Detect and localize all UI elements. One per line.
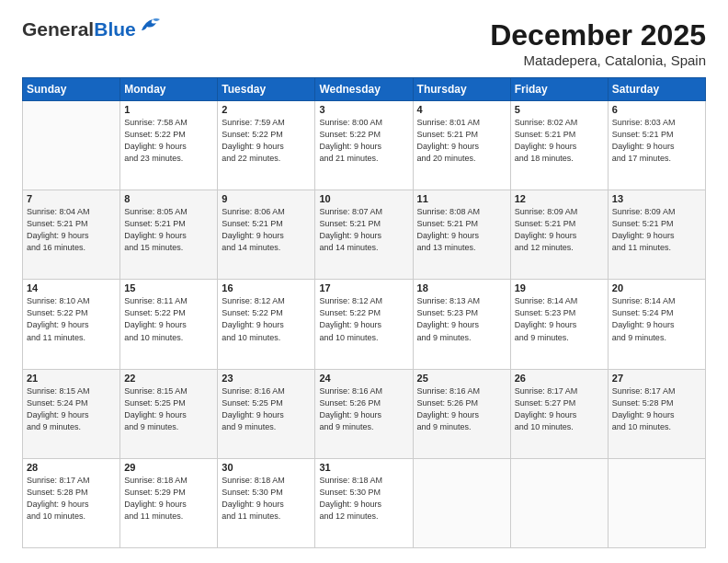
calendar-week-4: 28Sunrise: 8:17 AM Sunset: 5:28 PM Dayli… xyxy=(23,458,706,547)
calendar-cell: 22Sunrise: 8:15 AM Sunset: 5:25 PM Dayli… xyxy=(120,369,218,458)
calendar-cell: 19Sunrise: 8:14 AM Sunset: 5:23 PM Dayli… xyxy=(510,280,608,369)
day-number: 8 xyxy=(124,193,213,204)
day-number: 21 xyxy=(27,373,116,384)
day-info: Sunrise: 8:05 AM Sunset: 5:21 PM Dayligh… xyxy=(124,206,213,254)
calendar-week-2: 14Sunrise: 8:10 AM Sunset: 5:22 PM Dayli… xyxy=(23,280,706,369)
day-number: 2 xyxy=(222,104,311,115)
day-number: 27 xyxy=(612,373,701,384)
day-number: 3 xyxy=(319,104,408,115)
calendar-cell: 28Sunrise: 8:17 AM Sunset: 5:28 PM Dayli… xyxy=(23,458,120,547)
col-header-monday: Monday xyxy=(120,78,218,101)
calendar-cell: 2Sunrise: 7:59 AM Sunset: 5:22 PM Daylig… xyxy=(218,101,315,190)
calendar-week-0: 1Sunrise: 7:58 AM Sunset: 5:22 PM Daylig… xyxy=(23,101,706,190)
calendar-cell xyxy=(510,458,608,547)
col-header-friday: Friday xyxy=(510,78,608,101)
day-number: 31 xyxy=(319,462,408,473)
day-info: Sunrise: 8:16 AM Sunset: 5:25 PM Dayligh… xyxy=(222,385,311,433)
day-number: 19 xyxy=(515,282,604,293)
day-info: Sunrise: 8:03 AM Sunset: 5:21 PM Dayligh… xyxy=(612,117,701,165)
calendar-cell: 24Sunrise: 8:16 AM Sunset: 5:26 PM Dayli… xyxy=(315,369,413,458)
day-info: Sunrise: 8:16 AM Sunset: 5:26 PM Dayligh… xyxy=(319,385,408,433)
day-info: Sunrise: 8:08 AM Sunset: 5:21 PM Dayligh… xyxy=(417,206,506,254)
day-info: Sunrise: 8:10 AM Sunset: 5:22 PM Dayligh… xyxy=(27,295,116,343)
day-number: 22 xyxy=(124,373,213,384)
calendar-cell: 16Sunrise: 8:12 AM Sunset: 5:22 PM Dayli… xyxy=(218,280,315,369)
month-title: December 2025 xyxy=(490,18,706,52)
day-info: Sunrise: 8:00 AM Sunset: 5:22 PM Dayligh… xyxy=(319,117,408,165)
calendar-table: SundayMondayTuesdayWednesdayThursdayFrid… xyxy=(22,77,706,548)
day-info: Sunrise: 8:12 AM Sunset: 5:22 PM Dayligh… xyxy=(222,295,311,343)
calendar-cell: 31Sunrise: 8:18 AM Sunset: 5:30 PM Dayli… xyxy=(315,458,413,547)
calendar-cell: 29Sunrise: 8:18 AM Sunset: 5:29 PM Dayli… xyxy=(120,458,218,547)
day-number: 4 xyxy=(417,104,506,115)
day-info: Sunrise: 8:15 AM Sunset: 5:25 PM Dayligh… xyxy=(124,385,213,433)
day-number: 9 xyxy=(222,193,311,204)
day-info: Sunrise: 7:59 AM Sunset: 5:22 PM Dayligh… xyxy=(222,117,311,165)
day-number: 14 xyxy=(27,282,116,293)
day-number: 5 xyxy=(515,104,604,115)
calendar-header-row: SundayMondayTuesdayWednesdayThursdayFrid… xyxy=(23,78,706,101)
page: GeneralBlue December 2025 Matadepera, Ca… xyxy=(0,0,728,563)
calendar-cell: 14Sunrise: 8:10 AM Sunset: 5:22 PM Dayli… xyxy=(23,280,120,369)
calendar-cell: 11Sunrise: 8:08 AM Sunset: 5:21 PM Dayli… xyxy=(413,190,510,280)
day-number: 24 xyxy=(319,373,408,384)
day-number: 28 xyxy=(27,462,116,473)
calendar-week-1: 7Sunrise: 8:04 AM Sunset: 5:21 PM Daylig… xyxy=(23,190,706,280)
day-info: Sunrise: 8:17 AM Sunset: 5:27 PM Dayligh… xyxy=(515,385,604,433)
calendar-cell: 17Sunrise: 8:12 AM Sunset: 5:22 PM Dayli… xyxy=(315,280,413,369)
day-number: 20 xyxy=(612,282,701,293)
calendar-cell: 8Sunrise: 8:05 AM Sunset: 5:21 PM Daylig… xyxy=(120,190,218,280)
calendar-cell: 3Sunrise: 8:00 AM Sunset: 5:22 PM Daylig… xyxy=(315,101,413,190)
day-number: 6 xyxy=(612,104,701,115)
logo-bird-icon xyxy=(140,17,160,34)
title-block: December 2025 Matadepera, Catalonia, Spa… xyxy=(490,18,706,68)
day-info: Sunrise: 8:02 AM Sunset: 5:21 PM Dayligh… xyxy=(515,117,604,165)
day-number: 23 xyxy=(222,373,311,384)
calendar-cell: 27Sunrise: 8:17 AM Sunset: 5:28 PM Dayli… xyxy=(608,369,705,458)
calendar-cell: 13Sunrise: 8:09 AM Sunset: 5:21 PM Dayli… xyxy=(608,190,705,280)
day-info: Sunrise: 8:16 AM Sunset: 5:26 PM Dayligh… xyxy=(417,385,506,433)
calendar-cell xyxy=(23,101,120,190)
calendar-cell: 20Sunrise: 8:14 AM Sunset: 5:24 PM Dayli… xyxy=(608,280,705,369)
day-info: Sunrise: 8:18 AM Sunset: 5:30 PM Dayligh… xyxy=(222,475,311,523)
calendar-cell: 18Sunrise: 8:13 AM Sunset: 5:23 PM Dayli… xyxy=(413,280,510,369)
day-info: Sunrise: 8:18 AM Sunset: 5:30 PM Dayligh… xyxy=(319,475,408,523)
day-number: 10 xyxy=(319,193,408,204)
calendar-cell xyxy=(413,458,510,547)
col-header-wednesday: Wednesday xyxy=(315,78,413,101)
calendar-cell: 21Sunrise: 8:15 AM Sunset: 5:24 PM Dayli… xyxy=(23,369,120,458)
calendar-week-3: 21Sunrise: 8:15 AM Sunset: 5:24 PM Dayli… xyxy=(23,369,706,458)
day-number: 7 xyxy=(27,193,116,204)
day-number: 30 xyxy=(222,462,311,473)
day-info: Sunrise: 8:09 AM Sunset: 5:21 PM Dayligh… xyxy=(612,206,701,254)
logo-blue: Blue xyxy=(94,18,136,40)
day-info: Sunrise: 8:14 AM Sunset: 5:24 PM Dayligh… xyxy=(612,295,701,343)
day-info: Sunrise: 8:09 AM Sunset: 5:21 PM Dayligh… xyxy=(515,206,604,254)
col-header-sunday: Sunday xyxy=(23,78,120,101)
day-number: 26 xyxy=(515,373,604,384)
calendar-cell: 25Sunrise: 8:16 AM Sunset: 5:26 PM Dayli… xyxy=(413,369,510,458)
calendar-cell: 26Sunrise: 8:17 AM Sunset: 5:27 PM Dayli… xyxy=(510,369,608,458)
day-info: Sunrise: 8:01 AM Sunset: 5:21 PM Dayligh… xyxy=(417,117,506,165)
day-number: 15 xyxy=(124,282,213,293)
calendar-cell: 30Sunrise: 8:18 AM Sunset: 5:30 PM Dayli… xyxy=(218,458,315,547)
calendar-cell: 10Sunrise: 8:07 AM Sunset: 5:21 PM Dayli… xyxy=(315,190,413,280)
col-header-thursday: Thursday xyxy=(413,78,510,101)
logo-general: General xyxy=(22,18,94,40)
day-info: Sunrise: 8:04 AM Sunset: 5:21 PM Dayligh… xyxy=(27,206,116,254)
calendar-cell: 23Sunrise: 8:16 AM Sunset: 5:25 PM Dayli… xyxy=(218,369,315,458)
logo: GeneralBlue xyxy=(22,18,160,40)
day-number: 13 xyxy=(612,193,701,204)
day-info: Sunrise: 8:14 AM Sunset: 5:23 PM Dayligh… xyxy=(515,295,604,343)
day-number: 29 xyxy=(124,462,213,473)
day-number: 1 xyxy=(124,104,213,115)
day-info: Sunrise: 8:15 AM Sunset: 5:24 PM Dayligh… xyxy=(27,385,116,433)
day-number: 17 xyxy=(319,282,408,293)
calendar-cell: 6Sunrise: 8:03 AM Sunset: 5:21 PM Daylig… xyxy=(608,101,705,190)
day-info: Sunrise: 7:58 AM Sunset: 5:22 PM Dayligh… xyxy=(124,117,213,165)
day-info: Sunrise: 8:13 AM Sunset: 5:23 PM Dayligh… xyxy=(417,295,506,343)
calendar-cell: 9Sunrise: 8:06 AM Sunset: 5:21 PM Daylig… xyxy=(218,190,315,280)
day-number: 18 xyxy=(417,282,506,293)
calendar-cell: 5Sunrise: 8:02 AM Sunset: 5:21 PM Daylig… xyxy=(510,101,608,190)
calendar-cell: 1Sunrise: 7:58 AM Sunset: 5:22 PM Daylig… xyxy=(120,101,218,190)
